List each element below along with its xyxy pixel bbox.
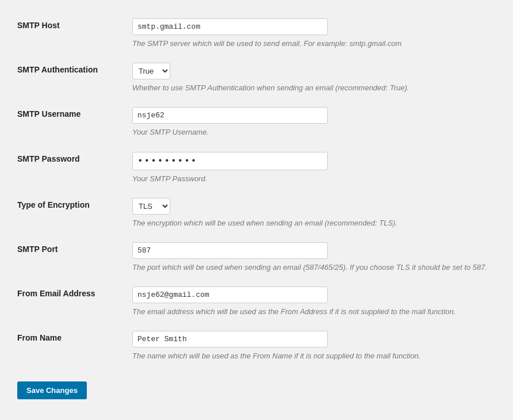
smtp-port-input[interactable] bbox=[132, 242, 328, 259]
smtp-password-cell: Your SMTP Password. bbox=[127, 145, 501, 191]
from-name-hint: The name which will be used as the From … bbox=[132, 351, 496, 361]
smtp-username-hint: Your SMTP Username. bbox=[132, 127, 496, 138]
smtp-host-cell: The SMTP server which will be used to se… bbox=[127, 12, 501, 56]
smtp-host-row: SMTP Host The SMTP server which will be … bbox=[12, 12, 501, 56]
smtp-username-label: SMTP Username bbox=[12, 100, 127, 144]
encryption-label: Type of Encryption bbox=[12, 191, 127, 235]
smtp-auth-select[interactable]: True False bbox=[132, 63, 170, 79]
smtp-auth-label: SMTP Authentication bbox=[12, 56, 127, 100]
encryption-select[interactable]: TLS SSL None bbox=[132, 198, 170, 215]
smtp-username-cell: Your SMTP Username. bbox=[127, 100, 501, 144]
smtp-port-hint: The port which will be used when sending… bbox=[132, 262, 496, 273]
from-email-hint: The email address which will be used as … bbox=[132, 307, 496, 317]
smtp-auth-hint: Whether to use SMTP Authentication when … bbox=[132, 83, 496, 93]
smtp-port-label: SMTP Port bbox=[12, 235, 127, 280]
from-email-cell: The email address which will be used as … bbox=[127, 280, 501, 324]
smtp-auth-row: SMTP Authentication True False Whether t… bbox=[12, 56, 501, 100]
smtp-host-hint: The SMTP server which will be used to se… bbox=[132, 39, 496, 49]
smtp-username-input[interactable] bbox=[132, 107, 328, 124]
smtp-port-row: SMTP Port The port which will be used wh… bbox=[12, 235, 501, 280]
smtp-password-label: SMTP Password bbox=[12, 145, 127, 191]
smtp-host-input[interactable] bbox=[132, 18, 328, 35]
from-name-cell: The name which will be used as the From … bbox=[127, 324, 501, 368]
encryption-cell: TLS SSL None The encryption which will b… bbox=[127, 191, 501, 235]
from-name-row: From Name The name which will be used as… bbox=[12, 324, 501, 368]
smtp-password-hint: Your SMTP Password. bbox=[132, 174, 496, 184]
smtp-auth-cell: True False Whether to use SMTP Authentic… bbox=[127, 56, 501, 100]
smtp-host-label: SMTP Host bbox=[12, 12, 127, 56]
from-name-label: From Name bbox=[12, 324, 127, 368]
encryption-hint: The encryption which will be used when s… bbox=[132, 218, 496, 228]
from-email-row: From Email Address The email address whi… bbox=[12, 280, 501, 324]
from-email-label: From Email Address bbox=[12, 280, 127, 324]
encryption-row: Type of Encryption TLS SSL None The encr… bbox=[12, 191, 501, 235]
settings-form: SMTP Host The SMTP server which will be … bbox=[12, 12, 501, 369]
smtp-port-cell: The port which will be used when sending… bbox=[127, 235, 501, 280]
save-changes-button[interactable]: Save Changes bbox=[17, 381, 87, 399]
smtp-password-input[interactable] bbox=[132, 152, 328, 170]
smtp-password-row: SMTP Password Your SMTP Password. bbox=[12, 145, 501, 191]
from-email-input[interactable] bbox=[132, 287, 328, 303]
from-name-input[interactable] bbox=[132, 331, 328, 348]
smtp-username-row: SMTP Username Your SMTP Username. bbox=[12, 100, 501, 144]
save-section: Save Changes bbox=[12, 369, 501, 406]
